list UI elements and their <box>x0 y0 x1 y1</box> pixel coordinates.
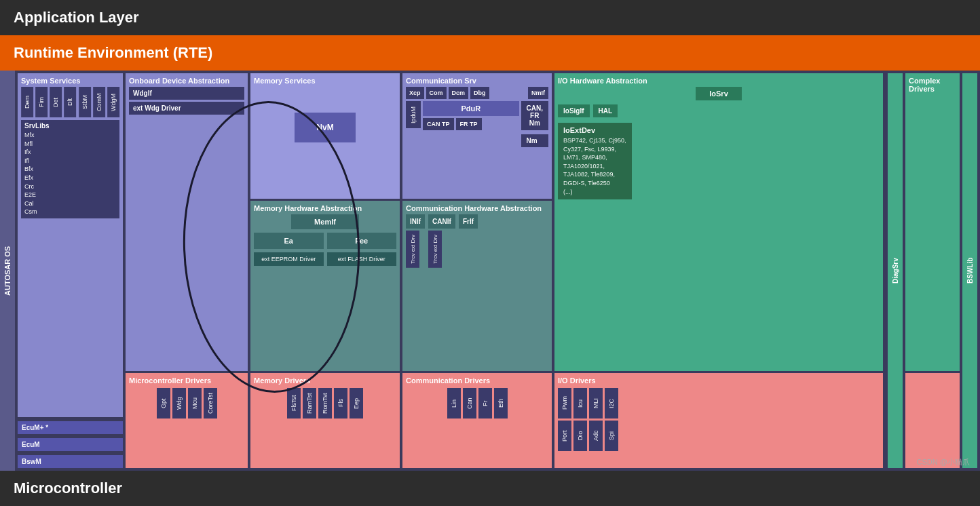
chip-det: Det <box>50 87 62 117</box>
chip-xcp: Xcp <box>406 87 424 99</box>
can-tp-box: CAN TP <box>423 118 454 130</box>
rte-bar: Runtime Environment (RTE) <box>0 35 980 71</box>
comm-srv-label: Communication Srv <box>406 77 548 85</box>
ext-wdg-driver-box: ext Wdg Driver <box>129 102 244 115</box>
micro-drivers-label: Microcontroller Drivers <box>129 376 244 385</box>
chip-dbg: Dbg <box>470 87 489 99</box>
ipdumv-box: IpduM <box>406 101 421 128</box>
onboard-device-label: Onboard Device Abstraction <box>129 77 244 85</box>
comm-hw-label: Communication Hardware Abstraction <box>406 204 548 212</box>
eeprom-label: ext EEPROM Driver <box>261 256 316 262</box>
chip-stbm: StbM <box>79 87 91 117</box>
fr-tp-box: FR TP <box>456 118 482 130</box>
chip-wdgm: WdgM <box>107 87 119 117</box>
bswm-box: BswM <box>18 455 123 468</box>
comm-drivers-label: Communication Drivers <box>406 376 548 385</box>
chip-port: Port <box>558 421 571 451</box>
chip-dio: Dio <box>573 421 587 451</box>
wdgif-box: WdgIf <box>129 87 244 100</box>
col-system-services: System Services Dem Fim Det Dlt StbM Com… <box>18 73 123 468</box>
can-fr-nm-box: CAN,FRNm <box>521 101 548 130</box>
chip-comm: ComM <box>93 87 105 117</box>
memory-hw-section: Memory Hardware Abstraction MemIf Ea Fee <box>250 201 400 371</box>
frif-box: FrIf <box>459 214 478 229</box>
chip-spi: Spi <box>605 421 618 451</box>
iosrv-label: IoSrv <box>709 90 728 98</box>
memif-label: MemIf <box>314 218 336 226</box>
wdgif-label: WdgIf <box>133 90 152 97</box>
ecum-label: EcuM <box>22 441 40 448</box>
system-services-chips-row: Dem Fim Det Dlt StbM ComM WdgM <box>21 87 119 117</box>
complex-drivers-label: Complex Drivers <box>909 77 956 93</box>
col-complex: Complex Drivers <box>905 73 960 468</box>
content-area: AUTOSAR OS System Services Dem Fim Det D… <box>0 71 980 471</box>
ea-label: Ea <box>284 237 293 245</box>
nvm-box: NvM <box>295 113 356 142</box>
trcv1a: Trcv ext Drv <box>406 231 419 268</box>
chip-dlt: Dlt <box>64 87 76 117</box>
srv-libs-items: MfxMflIfxIflBfxEfxCrcE2ECalCsm <box>24 131 116 216</box>
srv-libs-box: SrvLibs MfxMflIfxIflBfxEfxCrcE2ECalCsm <box>21 120 119 218</box>
flash-label: ext FLASH Driver <box>338 256 385 262</box>
srv-libs-label: SrvLibs <box>24 122 116 130</box>
io-hw-section: I/O Hardware Abstraction IoSrv IoSigIf <box>554 73 883 371</box>
inif-box: INIf <box>406 214 425 229</box>
pdur-box: PduR <box>423 101 519 116</box>
diagsrv-strip: DiagSrv <box>888 73 903 468</box>
ecum-plus-box: EcuM+ * <box>18 421 123 434</box>
nmif-box-top: NmIf <box>528 87 548 99</box>
memory-services-label: Memory Services <box>254 77 396 85</box>
rte-title: Runtime Environment (RTE) <box>14 44 212 62</box>
chip-pwm: Pwm <box>558 388 571 419</box>
chip-mcu: Mcu <box>188 388 202 419</box>
chip-adc: Adc <box>589 421 603 451</box>
fee-label: Fee <box>355 237 368 245</box>
memory-drivers-label: Memory Drivers <box>254 376 396 385</box>
iosig-hal-row: IoSigIf HAL <box>558 104 618 117</box>
chip-i2c: I2C <box>605 388 618 419</box>
comm-hw-section: Communication Hardware Abstraction INIf … <box>402 201 552 371</box>
io-drivers-section: I/O Drivers Pwm Icu MLI I2C Port Dio Adc… <box>554 373 883 468</box>
chip-eep: Eep <box>350 388 363 419</box>
bswlib-strip: BSWLib <box>962 73 977 468</box>
diagsrv-label: DiagSrv <box>892 258 899 284</box>
chip-wdg: Wdg <box>172 388 186 419</box>
col-memory: Memory Services NvM Memory Hardware Abst… <box>250 73 400 468</box>
chip-gpt: Gpt <box>157 388 170 419</box>
chip-romtst: RomTst <box>318 388 332 419</box>
memory-services-section: Memory Services NvM <box>250 73 400 199</box>
hal-box: HAL <box>593 104 618 117</box>
chip-lin: Lin <box>447 388 461 419</box>
chip-ramtst: RamTst <box>303 388 316 419</box>
ecum-box: EcuM <box>18 438 123 451</box>
microcontroller-title: Microcontroller <box>14 480 122 497</box>
app-layer-title: Application Layer <box>14 9 139 26</box>
chip-can: Can <box>463 388 476 419</box>
chip-mli: MLI <box>589 388 603 419</box>
canif-box: CANIf <box>428 214 455 229</box>
memory-drivers-section: Memory Drivers FlsTst RamTst RomTst Fls … <box>250 373 400 468</box>
pdur-label: PduR <box>461 104 480 113</box>
watermark-text: CSDN @小猫爪 <box>917 458 970 466</box>
ioextdev-box: IoExtDev BSP742, Cj135, Cj950,Cy327, Fsc… <box>558 123 632 199</box>
io-hw-label: I/O Hardware Abstraction <box>558 77 880 85</box>
chip-icu: Icu <box>573 388 587 419</box>
app-layer: Application Layer <box>0 0 980 35</box>
microcontroller-bar: Microcontroller <box>0 471 980 506</box>
iosig-label: IoSigIf <box>563 107 584 115</box>
ext-wdg-driver-label: ext Wdg Driver <box>133 104 181 112</box>
chip-dcm: Dcm <box>449 87 469 99</box>
autosar-os-strip: AUTOSAR OS <box>0 71 15 471</box>
bswlib-label: BSWLib <box>966 258 974 284</box>
nm-box: Nm <box>521 134 548 147</box>
io-drivers-label: I/O Drivers <box>558 376 880 385</box>
col-onboard: Onboard Device Abstraction WdgIf ext Wdg… <box>126 73 248 468</box>
iosig-box: IoSigIf <box>558 104 590 117</box>
ioextdev-label: IoExtDev <box>563 126 626 134</box>
bswm-label: BswM <box>22 458 41 465</box>
comm-hw-inner: INIf Trcv ext Drv CANIf Trcv ext Drv FrI… <box>406 214 548 268</box>
ea-fee-row: Ea Fee <box>254 233 396 249</box>
chip-eth: Eth <box>494 388 508 419</box>
fee-box: Fee <box>327 233 397 249</box>
trcv2a: Trcv ext Drv <box>428 231 442 268</box>
